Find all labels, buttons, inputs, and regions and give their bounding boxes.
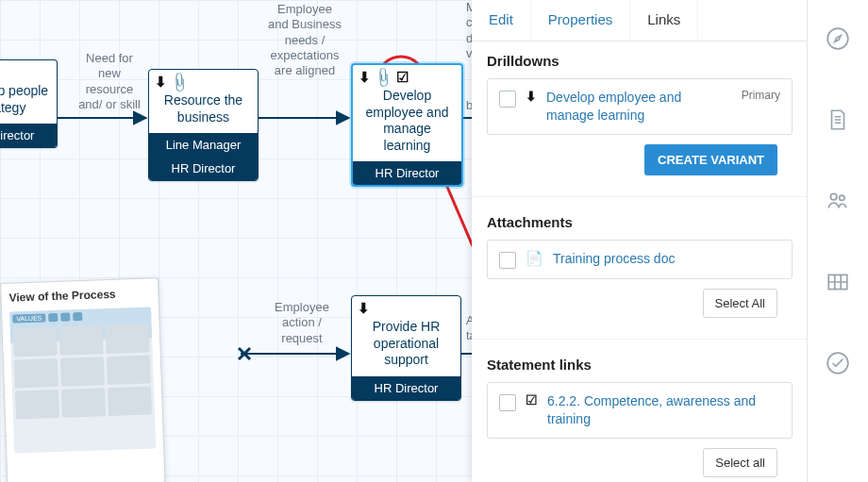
edge-label-need-resource: Need for new resource and/ or skill xyxy=(72,51,147,112)
svg-point-10 xyxy=(830,193,837,200)
node-develop-manage-learning[interactable]: ⬇ 📎 ☑ Develop employee and manage learni… xyxy=(351,63,463,187)
node-title: Develop people strategy xyxy=(0,81,57,124)
node-role: HR Director xyxy=(352,376,460,400)
edge-label-emp-action: Employee action / request xyxy=(264,300,340,346)
select-all-statements-button[interactable]: Select all xyxy=(703,448,777,477)
checkbox[interactable] xyxy=(499,91,516,108)
tab-links[interactable]: Links xyxy=(630,0,698,41)
node-role: HR Director xyxy=(353,161,461,185)
edge-label-needs-aligned: Employee and Business needs / expectatio… xyxy=(260,2,349,78)
node-resource-the-business[interactable]: ⬇ 📎 Resource the business Line Manager H… xyxy=(148,69,259,181)
check-circle-icon[interactable] xyxy=(826,351,850,375)
check-icon: ☑ xyxy=(526,392,538,407)
create-variant-button[interactable]: CREATE VARIANT xyxy=(644,144,777,175)
drilldown-item[interactable]: ⬇ Develop employee and manage learning P… xyxy=(487,78,793,135)
attachments-heading: Attachments xyxy=(487,214,793,230)
process-preview-card[interactable]: View of the Process VALUES xyxy=(0,277,166,482)
drilldowns-heading: Drilldowns xyxy=(487,53,793,69)
people-icon[interactable] xyxy=(826,189,850,213)
node-role: HR Director xyxy=(149,157,258,180)
statement-link[interactable]: 6.2.2. Competence, awareness and trainin… xyxy=(547,392,780,428)
attachment-link[interactable]: Training process doc xyxy=(553,250,675,268)
node-title: Develop employee and manage learning xyxy=(353,86,461,161)
checkbox[interactable] xyxy=(499,394,516,411)
side-panel: Edit Properties Links Drilldowns ⬇ Devel… xyxy=(472,0,808,482)
drilldown-icon: ⬇ xyxy=(359,69,371,86)
attachment-item[interactable]: 📄 Training process doc xyxy=(487,240,793,279)
check-icon: ☑ xyxy=(396,69,409,86)
checkbox[interactable] xyxy=(499,252,516,269)
tab-properties[interactable]: Properties xyxy=(531,0,630,41)
right-rail xyxy=(807,0,868,482)
document-icon[interactable] xyxy=(826,108,850,132)
node-role: HR Director xyxy=(0,124,57,147)
drilldown-icon: ⬇ xyxy=(358,300,370,317)
panel-tabs: Edit Properties Links xyxy=(472,0,808,42)
select-all-attachments-button[interactable]: Select All xyxy=(703,289,777,318)
drilldown-icon: ⬇ xyxy=(526,89,537,104)
tab-edit[interactable]: Edit xyxy=(472,0,531,41)
node-title: Resource the business xyxy=(149,91,258,133)
node-develop-people-strategy[interactable]: ⬇ ☑ Develop people strategy HR Director xyxy=(0,59,58,148)
primary-badge: Primary xyxy=(742,89,780,102)
grid-icon[interactable] xyxy=(826,270,850,294)
svg-point-9 xyxy=(827,28,848,49)
statement-item[interactable]: ☑ 6.2.2. Competence, awareness and train… xyxy=(487,382,793,439)
node-provide-hr-support[interactable]: ⬇ Provide HR operational support HR Dire… xyxy=(351,295,461,401)
document-icon: 📄 xyxy=(526,250,543,267)
svg-line-4 xyxy=(239,348,250,359)
drilldown-icon: ⬇ xyxy=(155,74,167,91)
preview-title: View of the Process xyxy=(8,288,116,305)
node-role: Line Manager xyxy=(149,133,258,157)
drilldown-link[interactable]: Develop employee and manage learning xyxy=(546,89,732,125)
compass-icon[interactable] xyxy=(826,26,850,51)
svg-point-11 xyxy=(840,195,844,200)
node-title: Provide HR operational support xyxy=(352,317,460,376)
preview-thumbnail: VALUES xyxy=(9,307,156,453)
svg-line-5 xyxy=(239,348,250,359)
statement-links-heading: Statement links xyxy=(487,357,793,373)
